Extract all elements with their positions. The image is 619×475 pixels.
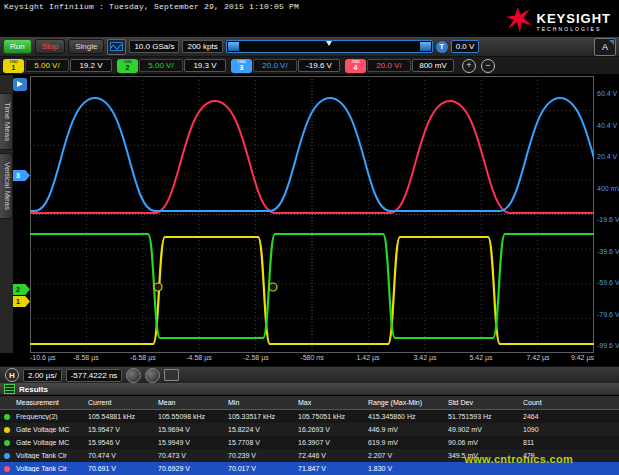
timebase-position-field[interactable]: -577.4222 ns	[66, 369, 123, 382]
channel-3-button[interactable]: 1MΩ3	[231, 59, 252, 73]
time-tick: 7.42 µs	[526, 354, 549, 361]
measurement-source-icon	[4, 427, 10, 433]
channel-3-number: 3	[240, 64, 244, 71]
cell-max: 16.2693 V	[296, 426, 366, 433]
channel-2-reference-marker[interactable]: 2	[13, 284, 30, 295]
channel-1-group: 1MΩ1 5.00 V/ 19.2 V	[3, 59, 112, 73]
results-title: Results	[19, 385, 48, 394]
time-tick: 1.42 µs	[356, 354, 379, 361]
time-tick: 5.42 µs	[469, 354, 492, 361]
run-button[interactable]: Run	[3, 39, 32, 54]
cell-max: 71.847 V	[296, 465, 366, 472]
cell-range: 1.830 V	[366, 465, 446, 472]
voltage-tick: -79.6 V	[597, 311, 619, 318]
channel-3-reference-marker[interactable]: 3	[13, 170, 30, 181]
memory-depth-field[interactable]: 200 kpts	[182, 40, 222, 53]
tab-vertical-meas[interactable]: Vertical Meas	[0, 153, 13, 219]
cell-measurement: Gate Voltage MC	[14, 426, 86, 433]
autoscale-button[interactable]: A	[594, 38, 616, 56]
column-measurement: Measurement	[14, 399, 86, 406]
voltage-axis: 60.4 V 40.4 V 20.4 V 400 mV -19.6 V -39.…	[597, 76, 619, 353]
stop-button[interactable]: Stop	[35, 39, 65, 54]
cell-current: 105.54881 kHz	[86, 413, 156, 420]
measurement-source-icon	[4, 440, 10, 446]
cell-mean: 15.9694 V	[156, 426, 226, 433]
position-knob-icon[interactable]	[145, 368, 160, 383]
sample-rate-field[interactable]: 10.0 GSa/s	[129, 40, 179, 53]
cell-count: 2464	[521, 413, 569, 420]
channel-2-button[interactable]: 1MΩ2	[117, 59, 138, 73]
column-stddev: Std Dev	[446, 399, 521, 406]
cell-mean: 105.55098 kHz	[156, 413, 226, 420]
add-channel-icon[interactable]: +	[462, 59, 476, 73]
cell-range: 619.9 mV	[366, 439, 446, 446]
position-marker[interactable]	[326, 41, 332, 46]
keysight-spark-icon	[506, 6, 532, 38]
time-tick: 9.42 µs	[571, 354, 594, 361]
cell-mean: 70.473 V	[156, 452, 226, 459]
brand-name: KEYSIGHT	[537, 12, 611, 25]
channel-3-scale-field[interactable]: 20.0 V/	[253, 59, 297, 72]
measurement-marker-icon[interactable]	[154, 283, 162, 291]
cell-min: 70.017 V	[226, 465, 296, 472]
display-settings-icon[interactable]	[107, 39, 126, 55]
cell-range: 415.345860 Hz	[366, 413, 446, 420]
pan-mode-icon[interactable]	[13, 78, 27, 91]
channel-2-group: 1MΩ2 5.00 V/ 19.3 V	[117, 59, 226, 73]
single-button[interactable]: Single	[68, 39, 104, 54]
results-row[interactable]: Gate Voltage MC 15.9546 V 15.9949 V 15.7…	[0, 436, 619, 449]
cell-current: 15.9546 V	[86, 439, 156, 446]
oscilloscope-app: Keysight Infiniium : Tuesday, September …	[0, 0, 619, 475]
channel-4-offset-field[interactable]: 800 mV	[412, 59, 454, 72]
channel-2-scale-field[interactable]: 5.00 V/	[139, 59, 183, 72]
channel-4-scale-field[interactable]: 20.0 V/	[367, 59, 411, 72]
voltage-tick: 60.4 V	[597, 90, 619, 97]
time-tick: 3.42 µs	[413, 354, 436, 361]
cell-mean: 70.6929 V	[156, 465, 226, 472]
results-row[interactable]: Gate Voltage MC 15.9547 V 15.9694 V 15.8…	[0, 423, 619, 436]
time-tick: -6.58 µs	[130, 354, 155, 361]
cell-min: 70.239 V	[226, 452, 296, 459]
cell-max: 105.75051 kHz	[296, 413, 366, 420]
channel-4-button[interactable]: 1MΩ4	[345, 59, 366, 73]
trigger-icon[interactable]: T	[436, 41, 448, 53]
column-count: Count	[521, 399, 569, 406]
results-column-headers: Measurement Current Mean Min Max Range (…	[0, 396, 619, 410]
channel-1-scale-field[interactable]: 5.00 V/	[25, 59, 69, 72]
channel-1-offset-field[interactable]: 19.2 V	[70, 59, 112, 72]
scale-knob-icon[interactable]	[126, 368, 141, 383]
channel-1-reference-marker[interactable]: 1	[13, 296, 30, 307]
measurement-marker-icon[interactable]	[269, 283, 277, 291]
voltage-tick: -39.6 V	[597, 248, 619, 255]
voltage-tick: 400 mV	[597, 185, 619, 192]
remove-channel-icon[interactable]: −	[481, 59, 495, 73]
window-title: Keysight Infiniium : Tuesday, September …	[4, 2, 299, 11]
zoom-window-icon[interactable]	[164, 369, 179, 381]
waveform-display[interactable]	[30, 76, 594, 353]
tab-time-meas[interactable]: Time Meas	[0, 93, 13, 150]
channel-3-offset-field[interactable]: -19.6 V	[298, 59, 340, 72]
channel-1-button[interactable]: 1MΩ1	[3, 59, 24, 73]
results-row[interactable]: Frequency(2) 105.54881 kHz 105.55098 kHz…	[0, 410, 619, 423]
cell-stddev: 51.751593 Hz	[446, 413, 521, 420]
channel-1-number: 1	[12, 64, 16, 71]
horizontal-position-bar[interactable]	[226, 40, 433, 53]
trigger-level-field[interactable]: 0.0 V	[451, 40, 480, 53]
cell-min: 105.33517 kHz	[226, 413, 296, 420]
cell-max: 72.446 V	[296, 452, 366, 459]
voltage-tick: 20.4 V	[597, 153, 619, 160]
channel-2-offset-field[interactable]: 19.3 V	[184, 59, 226, 72]
time-tick: -8.58 µs	[73, 354, 98, 361]
measurement-source-icon	[4, 414, 10, 420]
horizontal-icon[interactable]: H	[5, 368, 19, 382]
channel-2-number: 2	[126, 64, 130, 71]
cell-range: 2.207 V	[366, 452, 446, 459]
column-range: Range (Max-Min)	[366, 399, 446, 406]
keysight-logo: KEYSIGHT TECHNOLOGIES	[506, 6, 611, 38]
time-tick: -10.6 µs	[30, 354, 55, 361]
cell-current: 15.9547 V	[86, 426, 156, 433]
channel-3-group: 1MΩ3 20.0 V/ -19.6 V	[231, 59, 340, 73]
cell-measurement: Frequency(2)	[14, 413, 86, 420]
timebase-scale-field[interactable]: 2.00 µs/	[23, 369, 62, 382]
results-table-icon[interactable]	[4, 384, 15, 394]
